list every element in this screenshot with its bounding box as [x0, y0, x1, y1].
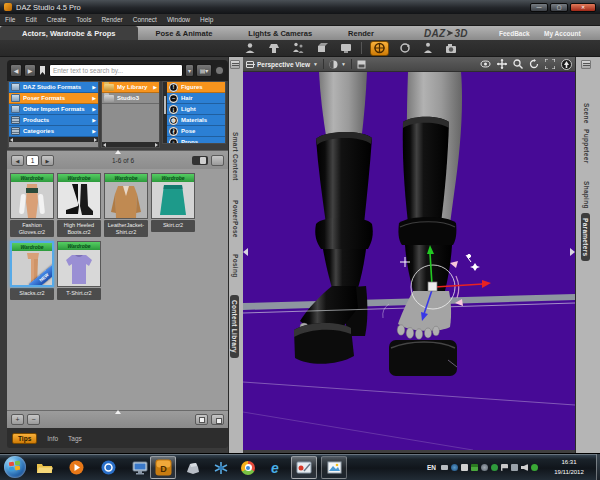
tab-smart-content[interactable]: Smart Content [232, 132, 239, 181]
tree-item-products[interactable]: Products▶ [9, 115, 98, 126]
image-viewer-icon[interactable] [321, 456, 347, 479]
page-number[interactable]: 1 [26, 155, 39, 166]
forward-button[interactable]: ▶ [24, 64, 36, 77]
menu-help[interactable]: Help [200, 16, 213, 23]
horizontal-scrollbar[interactable] [9, 137, 98, 142]
media-player-icon[interactable] [63, 456, 89, 479]
pose-figures-icon[interactable] [291, 42, 305, 55]
chrome-icon[interactable] [235, 456, 261, 479]
content-item-slacks[interactable]: Wardrobe NEW Slacks.cr2 [10, 241, 54, 300]
explorer-icon[interactable] [31, 456, 57, 479]
tab-posing[interactable]: Posing [232, 254, 239, 277]
menu-file[interactable]: File [5, 16, 15, 23]
environment-icon[interactable] [339, 42, 353, 55]
tab-puppeteer[interactable]: Puppeteer [583, 129, 590, 164]
tab-lights-cameras[interactable]: Lights & Cameras [230, 26, 330, 40]
panel-menu-icon[interactable] [581, 60, 591, 69]
pan-icon[interactable] [497, 59, 507, 69]
orbit-icon[interactable] [480, 59, 491, 69]
tab-parameters[interactable]: Parameters [581, 213, 590, 261]
draw-style-icon[interactable] [357, 60, 366, 69]
volume-icon[interactable] [521, 464, 528, 471]
render-camera-icon[interactable] [444, 42, 458, 55]
figure-tool-icon[interactable] [421, 42, 435, 55]
printer-icon[interactable] [180, 456, 206, 479]
menu-edit[interactable]: Edit [25, 16, 36, 23]
node-selection-icon[interactable] [370, 41, 389, 56]
display-tray-icon[interactable] [511, 464, 518, 471]
horizontal-scrollbar[interactable] [102, 142, 159, 147]
category-item-figures[interactable]: !Figures [163, 82, 225, 93]
internet-explorer-icon[interactable]: e [262, 456, 288, 479]
tab-powerpose[interactable]: PowerPose [232, 200, 239, 238]
category-item-materials[interactable]: ◍Materials [163, 115, 225, 126]
menu-create[interactable]: Create [47, 16, 67, 23]
clear-search-button[interactable] [214, 65, 225, 76]
menu-render[interactable]: Render [101, 16, 122, 23]
folder-item-studio3[interactable]: Studio3 [102, 93, 159, 104]
actor-icon[interactable] [243, 42, 257, 55]
view-selector[interactable]: Perspective View [257, 61, 310, 68]
back-button[interactable]: ◀ [10, 64, 22, 77]
view-toggle[interactable] [192, 156, 208, 165]
search-dropdown[interactable]: ▾ [185, 64, 194, 77]
my-account-link[interactable]: My Account [544, 30, 581, 37]
feedback-link[interactable]: FeedBack [499, 30, 530, 37]
flag-icon[interactable] [501, 464, 508, 471]
sync-icon[interactable] [451, 464, 458, 471]
aim-icon[interactable] [561, 59, 572, 70]
content-item-fashion-gloves[interactable]: Wardrobe Fashion Gloves.cr2 [10, 173, 54, 237]
shading-dropdown-icon[interactable]: ▼ [341, 61, 346, 67]
wardrobe-icon[interactable] [267, 42, 281, 55]
tab-scene[interactable]: Scene [583, 103, 590, 124]
content-item-high-heeled-boots[interactable]: Wardrobe High Heeled Boots.cr2 [57, 173, 101, 237]
tab-info[interactable]: Info [47, 435, 58, 442]
tab-pose-animate[interactable]: Pose & Animate [138, 26, 231, 40]
vertical-scrollbar[interactable] [163, 82, 167, 143]
show-desktop-button[interactable] [596, 454, 600, 480]
content-item-skirt[interactable]: Wardrobe Skirt.cr2 [151, 173, 195, 232]
viewport-3d-scene[interactable] [243, 72, 575, 450]
keyboard-icon[interactable] [441, 465, 448, 470]
panel-menu-icon[interactable] [230, 60, 240, 69]
update-icon[interactable] [481, 464, 488, 471]
page-view-button[interactable] [195, 414, 208, 425]
tab-render[interactable]: Render [330, 26, 392, 40]
tree-item-poser-formats[interactable]: Poser Formats▶ [9, 93, 98, 104]
maximize-button[interactable]: ▢ [550, 3, 568, 12]
tab-content-library[interactable]: Content Library [230, 295, 239, 358]
menu-tools[interactable]: Tools [76, 16, 91, 23]
zoom-in-thumbnails-button[interactable]: + [11, 414, 24, 425]
nvidia-icon[interactable] [491, 464, 498, 471]
category-item-light[interactable]: ¡Light [163, 104, 225, 115]
frame-icon[interactable] [545, 59, 555, 69]
close-button[interactable]: ✕ [570, 3, 596, 12]
next-page-button[interactable]: ▶ [41, 155, 54, 166]
messenger-icon[interactable] [95, 456, 121, 479]
search-input[interactable]: Enter text to search by... [49, 64, 183, 77]
content-item-t-shirt[interactable]: Wardrobe T-Shirt.cr2 [57, 241, 101, 300]
taskbar-clock[interactable]: 16:31 19/11/2012 [544, 457, 594, 477]
tree-item-other-import-formats[interactable]: Other Import Formats▶ [9, 104, 98, 115]
tree-item-daz-studio-formats[interactable]: DAZ Studio Formats▶ [9, 82, 98, 93]
zoom-out-thumbnails-button[interactable]: − [27, 414, 40, 425]
rotate-icon[interactable] [529, 59, 539, 69]
start-button[interactable] [4, 456, 26, 478]
tab-actors-wardrobe-props[interactable]: Actors, Wardrobe & Props [0, 26, 138, 40]
snipping-tool-icon[interactable] [291, 456, 317, 479]
notes-icon[interactable] [461, 464, 468, 471]
category-item-hair[interactable]: ~Hair [163, 93, 225, 104]
content-item-leatherjacket-shirt[interactable]: Wardrobe LeatherJacket- Shirt.cr2 [104, 173, 148, 237]
antivirus-icon[interactable] [531, 464, 538, 471]
shading-sphere-icon[interactable] [329, 60, 338, 69]
tab-tags[interactable]: Tags [68, 435, 82, 442]
daz-studio-icon[interactable]: D [150, 456, 176, 479]
language-indicator[interactable]: EN [427, 464, 436, 471]
minimize-button[interactable]: — [530, 3, 548, 12]
prev-page-button[interactable]: ◀ [11, 155, 24, 166]
menu-connect[interactable]: Connect [133, 16, 157, 23]
zoom-icon[interactable] [513, 59, 523, 69]
tab-tips[interactable]: Tips [12, 433, 37, 444]
list-view-button[interactable] [211, 414, 224, 425]
rotate-tool-icon[interactable] [398, 42, 412, 55]
